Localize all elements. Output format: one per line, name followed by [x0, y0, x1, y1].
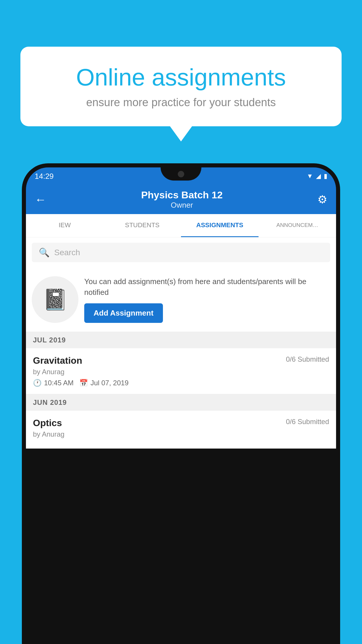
header-subtitle: Owner: [46, 201, 317, 210]
app-header: ← Physics Batch 12 Owner ⚙: [26, 185, 336, 214]
speech-bubble: Online assignments ensure more practice …: [20, 47, 342, 126]
header-center: Physics Batch 12 Owner: [46, 189, 317, 210]
assignment-submitted-optics: 0/6 Submitted: [286, 418, 329, 426]
assignment-author-optics: by Anurag: [33, 430, 329, 438]
phone-frame: 14:29 ▼ ◢ ▮ ← Physics Batch 12 Owner ⚙ I…: [22, 163, 340, 644]
assignment-row-top-optics: Optics 0/6 Submitted: [33, 418, 329, 428]
notch: [161, 167, 201, 181]
promo-section: 📓 You can add assignment(s) from here an…: [26, 267, 336, 332]
signal-icon: ◢: [316, 172, 321, 180]
status-bar-time: 14:29: [35, 172, 54, 181]
back-button[interactable]: ←: [35, 193, 46, 206]
assignment-row-top: Gravitation 0/6 Submitted: [33, 355, 329, 366]
promo-description: You can add assignment(s) from here and …: [84, 276, 330, 298]
assignment-name-gravitation: Gravitation: [33, 355, 82, 366]
tab-bar: IEW STUDENTS ASSIGNMENTS ANNOUNCEM…: [26, 214, 336, 237]
notebook-icon: 📓: [43, 288, 68, 312]
promo-icon-circle: 📓: [32, 276, 78, 323]
promo-text-area: You can add assignment(s) from here and …: [84, 276, 330, 323]
header-title: Physics Batch 12: [46, 189, 317, 201]
search-icon: 🔍: [39, 247, 50, 258]
assignment-time-gravitation: 🕐 10:45 AM: [33, 379, 73, 387]
status-bar: 14:29 ▼ ◢ ▮: [26, 167, 336, 185]
battery-icon: ▮: [324, 172, 327, 180]
speech-bubble-container: Online assignments ensure more practice …: [20, 47, 342, 126]
tab-announcements[interactable]: ANNOUNCEM…: [259, 214, 336, 237]
speech-bubble-title: Online assignments: [41, 64, 321, 90]
calendar-icon: 📅: [79, 379, 88, 387]
assignment-name-optics: Optics: [33, 418, 62, 428]
section-header-jul: JUL 2019: [26, 332, 336, 348]
assignment-time-value: 10:45 AM: [44, 379, 73, 387]
assignment-submitted-gravitation: 0/6 Submitted: [286, 355, 329, 363]
assignment-meta-gravitation: 🕐 10:45 AM 📅 Jul 07, 2019: [33, 379, 329, 387]
wifi-icon: ▼: [307, 172, 313, 180]
app-content: 🔍 Search 📓 You can add assignment(s) fro…: [26, 237, 336, 449]
assignment-date-gravitation: 📅 Jul 07, 2019: [79, 379, 129, 387]
status-bar-icons: ▼ ◢ ▮: [307, 172, 327, 180]
settings-icon[interactable]: ⚙: [317, 193, 327, 206]
assignment-optics[interactable]: Optics 0/6 Submitted by Anurag: [26, 411, 336, 449]
phone-inner: 14:29 ▼ ◢ ▮ ← Physics Batch 12 Owner ⚙ I…: [26, 167, 336, 644]
clock-icon: 🕐: [33, 379, 42, 387]
search-placeholder: Search: [54, 248, 80, 257]
tab-iew[interactable]: IEW: [26, 214, 103, 237]
tab-students[interactable]: STUDENTS: [103, 214, 181, 237]
assignment-gravitation[interactable]: Gravitation 0/6 Submitted by Anurag 🕐 10…: [26, 348, 336, 394]
camera: [178, 171, 184, 177]
add-assignment-button[interactable]: Add Assignment: [84, 303, 163, 323]
speech-bubble-subtitle: ensure more practice for your students: [41, 96, 321, 109]
section-header-jun: JUN 2019: [26, 394, 336, 411]
tab-assignments[interactable]: ASSIGNMENTS: [181, 214, 259, 237]
assignment-author-gravitation: by Anurag: [33, 368, 329, 376]
search-container: 🔍 Search: [26, 237, 336, 267]
assignment-date-value: Jul 07, 2019: [90, 379, 129, 387]
search-bar[interactable]: 🔍 Search: [32, 243, 330, 262]
